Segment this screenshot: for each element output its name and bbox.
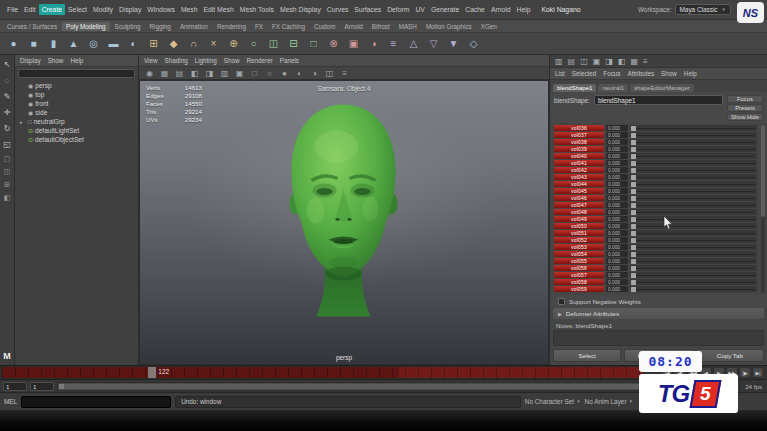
blendshape-weight-slider[interactable] [630,202,757,208]
blendshape-weight-slider[interactable] [630,223,757,229]
blendshape-target-button[interactable]: vol040 [554,153,604,159]
attribute-editor-menu-item[interactable]: Help [684,70,697,77]
blendshape-weight-slider[interactable] [630,125,757,131]
slider-handle[interactable] [631,196,636,201]
blendshape-weight-value-field[interactable]: 0.000 [606,223,628,229]
menu-item[interactable]: Edit [21,4,39,15]
plane-tool-icon[interactable]: ▬ [104,34,123,53]
scrollbar-thumb[interactable] [761,125,765,217]
blendshape-weight-value-field[interactable]: 0.000 [606,209,628,215]
blendshape-weight-value-field[interactable]: 0.000 [606,202,628,208]
grid-icon[interactable]: ▦ [158,69,171,78]
node-tab[interactable]: neutral1 [598,84,628,92]
mirror-tool-icon[interactable]: ◫ [264,34,283,53]
lights-icon[interactable]: ◑ [308,69,321,78]
slider-handle[interactable] [631,203,636,208]
blendshape-weight-value-field[interactable]: 0.000 [606,132,628,138]
gate-mask-icon[interactable]: ◨ [203,69,216,78]
node-tab[interactable]: shapeEditorManager [630,84,694,92]
quad-draw-tool-icon[interactable]: ▣ [344,34,363,53]
options-icon[interactable]: ≡ [643,57,648,66]
blendshape-weight-slider[interactable] [630,181,757,187]
shelf-tab[interactable]: Arnold [341,22,367,31]
shelf-tab[interactable]: Custom [310,22,340,31]
slider-handle[interactable] [631,273,636,278]
menu-item[interactable]: Cache [462,4,488,15]
cone-tool-icon[interactable]: ▲ [64,34,83,53]
menu-item[interactable]: Create [39,4,65,15]
menu-item[interactable]: Mesh Tools [237,4,277,15]
blendshape-weight-slider[interactable] [630,272,757,278]
blendshape-target-button[interactable]: vol052 [554,237,604,243]
blendshape-weight-value-field[interactable]: 0.000 [606,125,628,131]
step-forward-key-button[interactable]: |▶ [739,367,751,378]
boolean-tool-icon[interactable]: ⊗ [324,34,343,53]
viewport-menu-item[interactable]: Lighting [195,57,217,64]
slider-handle[interactable] [631,168,636,173]
viewport-menu-item[interactable]: Panels [280,57,299,64]
node-quick-button[interactable]: Show Hide [727,113,763,121]
attribute-editor-menu-item[interactable]: List [555,70,565,77]
support-negative-checkbox[interactable] [558,298,565,305]
slider-handle[interactable] [631,161,636,166]
viewport-canvas[interactable]: Verts 14613 Edges 29108 Faces 14550 [139,80,549,365]
blendshape-target-button[interactable]: vol055 [554,258,604,264]
field-chart-icon[interactable]: ▥ [218,69,231,78]
outliner-item[interactable]: ◉ front [15,99,138,108]
bridge-tool-icon[interactable]: ∩ [184,34,203,53]
menu-item[interactable]: Curves [324,4,352,15]
menu-item[interactable]: UV [412,4,427,15]
outliner-menu-item[interactable]: Show [48,57,64,64]
shelf-tab[interactable]: Rendering [213,22,250,31]
shelf-tab[interactable]: Bifrost [368,22,394,31]
blendshape-weight-value-field[interactable]: 0.000 [606,279,628,285]
blendshape-weight-slider[interactable] [630,237,757,243]
menu-item[interactable]: File [4,4,21,15]
cylinder-tool-icon[interactable]: ▮ [44,34,63,53]
slider-handle[interactable] [631,140,636,145]
go-to-end-button[interactable]: ▶| [752,367,764,378]
menu-item[interactable]: Surfaces [351,4,384,15]
shelf-tab[interactable]: Sculpting [111,22,145,31]
playback-start-field[interactable]: 1 [30,382,54,391]
menu-item[interactable]: Generate [428,4,462,15]
blendshape-target-button[interactable]: vol047 [554,202,604,208]
outliner-item[interactable]: ⊙ defaultLightSet [15,126,138,135]
slider-handle[interactable] [631,231,636,236]
slider-handle[interactable] [631,133,636,138]
blendshape-target-button[interactable]: vol036 [554,125,604,131]
outliner-menu-item[interactable]: Display [20,57,41,64]
blendshape-weight-value-field[interactable]: 0.000 [606,251,628,257]
select-tool-icon[interactable]: ↖ [1,58,13,70]
blendshape-weight-slider[interactable] [630,230,757,236]
multicut-tool-icon[interactable]: × [204,34,223,53]
combine-tool-icon[interactable]: ⊟ [284,34,303,53]
blendshape-weight-value-field[interactable]: 0.000 [606,258,628,264]
outliner-item[interactable]: ◉ top [15,90,138,99]
anim-layer-selector[interactable]: No Anim Layer ▼ [585,398,633,405]
resolution-gate-icon[interactable]: ◧ [188,69,201,78]
animation-start-field[interactable]: 1 [3,382,27,391]
safe-title-icon[interactable]: □ [248,69,261,78]
channel-box-icon[interactable]: ▤ [568,57,576,66]
outliner-search-input[interactable] [18,69,135,78]
blendshape-weight-value-field[interactable]: 0.000 [606,272,628,278]
blendshape-target-button[interactable]: vol057 [554,272,604,278]
sphere-tool-icon[interactable]: ● [4,34,23,53]
menu-item[interactable]: Modify [90,4,116,15]
viewport-menu-item[interactable]: Shading [165,57,188,64]
blendshape-target-button[interactable]: vol045 [554,188,604,194]
blendshape-weight-slider[interactable] [630,209,757,215]
show-attributes-icon[interactable]: ▥ [555,57,563,66]
film-gate-icon[interactable]: ▤ [173,69,186,78]
workspace-selector[interactable]: Maya Classic ▼ [675,4,731,15]
attribute-editor-footer-button[interactable]: Select [553,349,621,362]
relax-tool-icon[interactable]: ≡ [384,34,403,53]
outliner-toggle-icon[interactable]: ▦ [630,57,638,66]
outliner-item[interactable]: ◉ persp [15,81,138,90]
move-tool-icon[interactable]: ✛ [1,106,13,118]
slider-handle[interactable] [631,245,636,250]
separate-tool-icon[interactable]: □ [304,34,323,53]
pinch-tool-icon[interactable]: ▽ [424,34,443,53]
slider-handle[interactable] [631,287,636,292]
